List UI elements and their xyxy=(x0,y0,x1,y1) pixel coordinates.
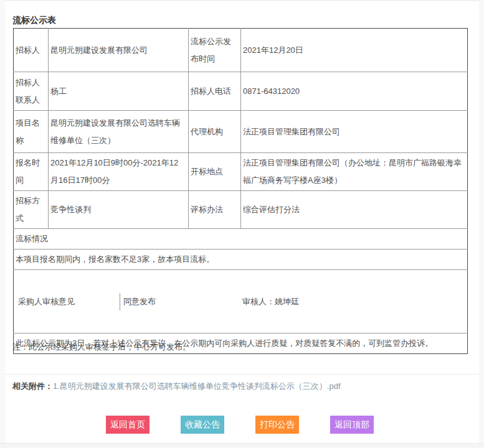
phone-value: 0871-64312020 xyxy=(241,72,468,111)
favorite-notice-button[interactable]: 收藏公告 xyxy=(181,416,224,434)
table-row: 采购人审核意见 同意发布 审核人：姚坤廷 xyxy=(14,270,468,334)
table-row: 报名时间 2021年12月10日9时00分-2021年12月16日17时00分 … xyxy=(14,153,468,191)
attachments-label: 相关附件： xyxy=(12,381,53,391)
phone-label: 招标人电话 xyxy=(189,72,241,111)
signup-time-value: 2021年12月10日9时00分-2021年12月16日17时00分 xyxy=(49,153,189,191)
page-title: 流标公示表 xyxy=(12,15,56,26)
table-row: 招标方式 竞争性谈判 评标办法 综合评估打分法 xyxy=(14,191,468,229)
project-name-value: 昆明元朔建设发展有限公司选聘车辆维修单位（三次） xyxy=(49,111,189,153)
open-location-label: 开标地点 xyxy=(189,153,241,191)
table-row: 招标人 昆明元朔建设发展有限公司 流标公示发布时间 2021年12月20日 xyxy=(14,29,468,72)
back-to-top-button[interactable]: 返回顶部 xyxy=(330,416,374,434)
bid-method-label: 招标方式 xyxy=(14,191,49,229)
table-row: 本项目报名期间内，报名家数不足3家，故本项目流标。 xyxy=(14,250,468,270)
publish-time-label: 流标公示发布时间 xyxy=(189,29,241,72)
page-edge-right xyxy=(479,0,484,448)
project-name-label: 项目名称 xyxy=(14,111,49,153)
reviewer-name: 审核人：姚坤廷 xyxy=(242,293,299,310)
signup-time-label: 报名时间 xyxy=(14,153,49,191)
print-notice-button[interactable]: 打印公告 xyxy=(255,416,299,434)
eval-method-value: 综合评估打分法 xyxy=(241,191,468,229)
bid-method-value: 竞争性谈判 xyxy=(49,191,189,229)
contact-value: 杨工 xyxy=(49,72,189,111)
attachment-pdf-link[interactable]: 1.昆明元朔建设发展有限公司选聘车辆维修单位竞争性谈判流标公示（三次）.pdf xyxy=(53,381,341,391)
publish-condition-note: 注：此公示经采购人审核签字后，中心方可发布。 xyxy=(12,342,191,353)
page-edge-bottom xyxy=(0,443,484,448)
eval-method-label: 评标办法 xyxy=(189,191,241,229)
agency-value: 法正项目管理集团有限公司 xyxy=(241,111,468,153)
failed-bid-reason: 本项目报名期间内，报名家数不足3家，故本项目流标。 xyxy=(14,250,468,270)
failed-bid-notice-table: 招标人 昆明元朔建设发展有限公司 流标公示发布时间 2021年12月20日 招标… xyxy=(13,28,468,354)
open-location-value: 法正项目管理集团有限公司（办公地址：昆明市广福路银海幸福广场商务写字楼A座3楼） xyxy=(241,153,468,191)
table-row: 招标人联系人 杨工 招标人电话 0871-64312020 xyxy=(14,72,468,111)
bidder-value: 昆明元朔建设发展有限公司 xyxy=(49,29,189,72)
table-row: 项目名称 昆明元朔建设发展有限公司选聘车辆维修单位（三次） 代理机构 法正项目管… xyxy=(14,111,468,153)
review-opinion-value: 同意发布 xyxy=(123,293,156,310)
attachments-row: 相关附件：1.昆明元朔建设发展有限公司选聘车辆维修单位竞争性谈判流标公示（三次）… xyxy=(12,381,341,392)
action-buttons: 返回首页 收藏公告 打印公告 返回顶部 xyxy=(0,416,484,434)
table-row: 流标情况 xyxy=(14,229,468,250)
review-row: 采购人审核意见 同意发布 审核人：姚坤廷 xyxy=(16,293,465,310)
page-edge-top xyxy=(0,0,484,1)
review-opinion-label: 采购人审核意见 xyxy=(16,293,120,310)
bidder-label: 招标人 xyxy=(14,29,49,72)
contact-label: 招标人联系人 xyxy=(14,72,49,111)
publish-time-value: 2021年12月20日 xyxy=(241,29,468,72)
section-divider xyxy=(5,374,479,375)
agency-label: 代理机构 xyxy=(189,111,241,153)
back-home-button[interactable]: 返回首页 xyxy=(106,416,149,434)
failed-bid-section-header: 流标情况 xyxy=(14,229,468,250)
page-edge-left xyxy=(0,0,5,448)
